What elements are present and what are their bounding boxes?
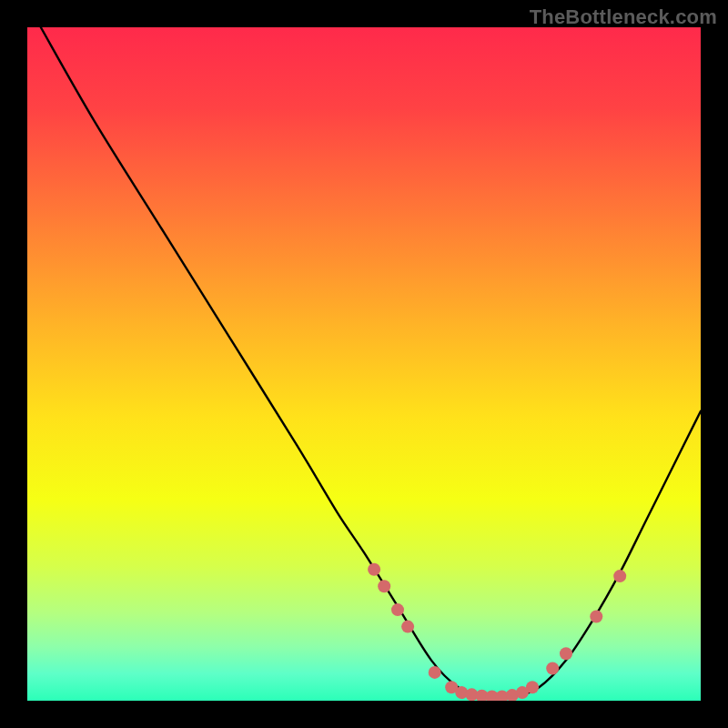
marker-dot	[526, 681, 539, 693]
bottleneck-curve	[41, 27, 701, 699]
marker-dot	[560, 647, 572, 660]
marker-dot	[429, 666, 441, 679]
curve-markers	[368, 563, 626, 701]
plot-area	[27, 27, 701, 701]
chart-curve-layer	[27, 27, 701, 701]
marker-dot	[401, 621, 414, 633]
chart-stage: TheBottleneck.com	[0, 0, 728, 728]
marker-dot	[590, 611, 602, 623]
marker-dot	[391, 603, 404, 616]
marker-dot	[613, 570, 626, 582]
watermark-label: TheBottleneck.com	[530, 5, 717, 29]
marker-dot	[368, 563, 380, 576]
marker-dot	[378, 580, 390, 592]
marker-dot	[546, 662, 559, 674]
